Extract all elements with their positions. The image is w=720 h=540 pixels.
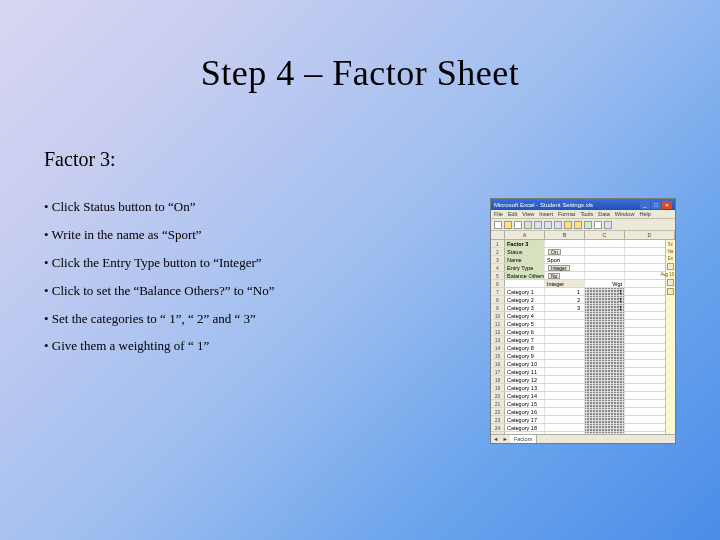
tab-nav-icon[interactable]: ► — [500, 436, 509, 442]
cell[interactable] — [585, 264, 625, 271]
cell[interactable] — [585, 432, 625, 434]
cell[interactable] — [545, 424, 585, 431]
row-header[interactable]: 14 — [491, 344, 505, 351]
cell[interactable] — [585, 360, 625, 367]
row-header[interactable]: 22 — [491, 408, 505, 415]
menu-item[interactable]: Tools — [580, 211, 593, 217]
cell[interactable]: Category 8 — [505, 344, 545, 351]
cell[interactable] — [505, 280, 545, 287]
cell[interactable]: 2 — [545, 296, 585, 303]
cell[interactable] — [585, 256, 625, 263]
cell[interactable] — [545, 368, 585, 375]
cell[interactable]: Integer — [545, 264, 585, 271]
sort-icon[interactable] — [594, 221, 602, 229]
side-icon[interactable] — [667, 263, 674, 270]
row-header[interactable]: 8 — [491, 296, 505, 303]
row-header[interactable]: 13 — [491, 336, 505, 343]
cell[interactable] — [585, 272, 625, 279]
side-icon[interactable] — [667, 279, 674, 286]
cell[interactable] — [545, 352, 585, 359]
close-icon[interactable]: × — [662, 201, 672, 209]
cell[interactable] — [545, 336, 585, 343]
cell[interactable] — [545, 240, 585, 247]
cell[interactable]: Entry Type — [505, 264, 545, 271]
cell[interactable]: Integer — [545, 280, 585, 287]
cell[interactable]: On — [545, 248, 585, 255]
row-header[interactable]: 11 — [491, 320, 505, 327]
row-header[interactable]: 25 — [491, 432, 505, 434]
row-header[interactable]: 16 — [491, 360, 505, 367]
cell[interactable] — [585, 240, 625, 247]
row-header[interactable]: 21 — [491, 400, 505, 407]
paste-icon[interactable] — [554, 221, 562, 229]
cell[interactable] — [585, 416, 625, 423]
cell[interactable] — [545, 376, 585, 383]
dropdown-button[interactable]: Integer — [548, 265, 570, 271]
cell[interactable] — [585, 368, 625, 375]
chart-icon[interactable] — [604, 221, 612, 229]
cell[interactable]: Wgt — [585, 280, 625, 287]
cell[interactable] — [545, 416, 585, 423]
row-header[interactable]: 4 — [491, 264, 505, 271]
dropdown-button[interactable]: No — [548, 273, 560, 279]
dropdown-button[interactable]: On — [548, 249, 561, 255]
row-header[interactable]: 3 — [491, 256, 505, 263]
col-header[interactable]: C — [585, 231, 625, 239]
cell[interactable] — [585, 408, 625, 415]
cell[interactable]: Category 19 — [505, 432, 545, 434]
row-header[interactable]: 15 — [491, 352, 505, 359]
cell[interactable] — [545, 344, 585, 351]
menu-item[interactable]: Format — [558, 211, 575, 217]
open-icon[interactable] — [504, 221, 512, 229]
row-header[interactable]: 6 — [491, 280, 505, 287]
menu-item[interactable]: Data — [598, 211, 610, 217]
cell[interactable]: Category 15 — [505, 400, 545, 407]
cut-icon[interactable] — [534, 221, 542, 229]
menu-item[interactable]: Help — [639, 211, 650, 217]
cell[interactable] — [585, 312, 625, 319]
cell[interactable]: Category 7 — [505, 336, 545, 343]
row-header[interactable]: 24 — [491, 424, 505, 431]
cell[interactable]: Category 16 — [505, 408, 545, 415]
sheet-tab[interactable]: Factors — [510, 435, 537, 443]
row-header[interactable]: 23 — [491, 416, 505, 423]
cell[interactable] — [545, 328, 585, 335]
cell[interactable]: Category 10 — [505, 360, 545, 367]
tab-nav-icon[interactable]: ◄ — [491, 436, 500, 442]
cell[interactable]: Name — [505, 256, 545, 263]
cell[interactable] — [585, 352, 625, 359]
cell[interactable] — [585, 336, 625, 343]
cell[interactable]: 1 — [545, 288, 585, 295]
col-header[interactable]: D — [625, 231, 675, 239]
cell[interactable]: Category 14 — [505, 392, 545, 399]
row-header[interactable]: 9 — [491, 304, 505, 311]
col-header[interactable]: A — [505, 231, 545, 239]
menu-item[interactable]: Edit — [508, 211, 517, 217]
cell[interactable]: 1 — [585, 288, 625, 295]
cell[interactable] — [545, 320, 585, 327]
cell[interactable]: Balance Others? — [505, 272, 545, 279]
cell[interactable] — [545, 392, 585, 399]
cell[interactable]: Category 4 — [505, 312, 545, 319]
cell[interactable]: Category 2 — [505, 296, 545, 303]
cell[interactable]: Category 11 — [505, 368, 545, 375]
cell[interactable] — [585, 400, 625, 407]
worksheet-body[interactable]: 1Factor 32StatusOn3NameSport4Entry TypeI… — [491, 240, 675, 434]
cell[interactable]: Category 5 — [505, 320, 545, 327]
cell[interactable]: Category 18 — [505, 424, 545, 431]
cell[interactable]: Category 17 — [505, 416, 545, 423]
row-header[interactable]: 2 — [491, 248, 505, 255]
row-header[interactable]: 5 — [491, 272, 505, 279]
row-header[interactable]: 10 — [491, 312, 505, 319]
row-header[interactable]: 7 — [491, 288, 505, 295]
sum-icon[interactable] — [584, 221, 592, 229]
menu-item[interactable]: Insert — [539, 211, 553, 217]
cell[interactable]: Category 3 — [505, 304, 545, 311]
cell[interactable] — [585, 328, 625, 335]
cell[interactable]: 1 — [585, 304, 625, 311]
menu-item[interactable]: View — [522, 211, 534, 217]
cell[interactable]: Category 1 — [505, 288, 545, 295]
cell[interactable]: 1 — [585, 296, 625, 303]
menu-item[interactable]: Window — [615, 211, 635, 217]
cell[interactable] — [585, 344, 625, 351]
